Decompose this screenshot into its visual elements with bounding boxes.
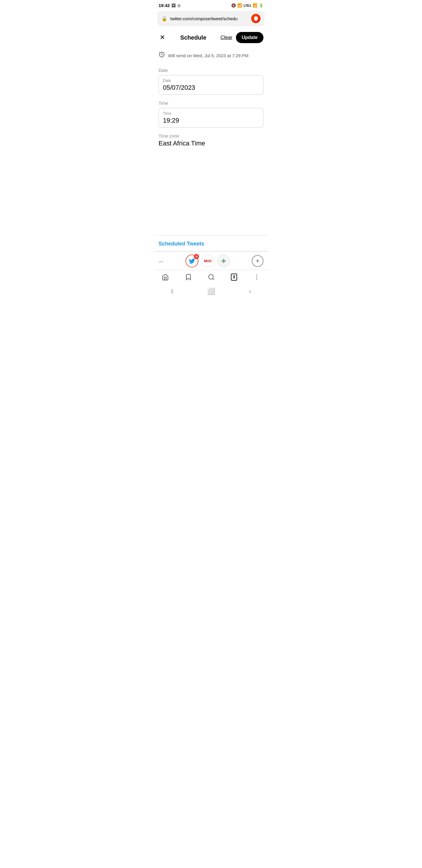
status-time: 19:42 bbox=[159, 3, 170, 8]
android-navigation: ⦀ ⬜ ‹ bbox=[154, 284, 268, 301]
status-bar: 19:42 🖼 ⊙ 🔇 📶 LTE1 📶 🔋 bbox=[154, 0, 268, 10]
new-tab-button[interactable]: + bbox=[252, 255, 263, 267]
photo-icon: 🖼 bbox=[171, 3, 175, 8]
timezone-section: Time zone East Africa Time bbox=[159, 133, 263, 147]
search-nav-button[interactable] bbox=[208, 274, 215, 281]
gemini-tab[interactable] bbox=[217, 254, 230, 268]
tab-close-badge[interactable]: ✕ bbox=[194, 254, 199, 259]
timezone-label: Time zone bbox=[159, 133, 263, 138]
date-section: Date Date 05/07/2023 bbox=[159, 68, 263, 95]
schedule-info: Will send on Wed, Jul 5, 2023 at 7:29 PM bbox=[159, 50, 263, 61]
muo-tab[interactable]: MUO bbox=[201, 254, 214, 268]
lte-icon: LTE1 bbox=[244, 4, 251, 7]
schedule-clock-icon bbox=[159, 51, 165, 60]
time-input-box[interactable]: Time 19:29 bbox=[159, 108, 263, 128]
time-field-label: Time bbox=[163, 111, 259, 116]
header-actions: Clear Update bbox=[220, 32, 263, 43]
date-field-label: Date bbox=[163, 78, 259, 83]
url-text: twitter.com/compose/tweet/schedu bbox=[170, 16, 248, 21]
brave-browser-icon bbox=[251, 14, 261, 23]
home-nav-button[interactable] bbox=[162, 274, 169, 281]
address-bar[interactable]: 🔒 twitter.com/compose/tweet/schedu bbox=[157, 11, 265, 26]
time-section: Time Time 19:29 bbox=[159, 101, 263, 128]
android-menu-button[interactable]: ⦀ bbox=[171, 288, 173, 295]
time-field-value: 19:29 bbox=[163, 117, 259, 124]
schedule-header: ✕ Schedule Clear Update bbox=[159, 31, 263, 44]
signal-icon: 📶 bbox=[253, 3, 257, 8]
update-button[interactable]: Update bbox=[236, 32, 263, 43]
svg-point-8 bbox=[256, 279, 257, 280]
scheduled-tweets-link[interactable]: Scheduled Tweets bbox=[159, 241, 204, 247]
mute-icon: 🔇 bbox=[231, 3, 236, 8]
close-button[interactable]: ✕ bbox=[159, 33, 166, 42]
date-field-value: 05/07/2023 bbox=[163, 84, 259, 92]
date-input-box[interactable]: Date 05/07/2023 bbox=[159, 75, 263, 95]
bookmark-nav-button[interactable] bbox=[185, 274, 192, 281]
lock-icon: 🔒 bbox=[161, 16, 167, 22]
schedule-send-text: Will send on Wed, Jul 5, 2023 at 7:29 PM bbox=[168, 53, 249, 58]
svg-line-5 bbox=[213, 279, 214, 280]
open-tabs: ✕ MUO bbox=[186, 254, 230, 268]
main-content: ✕ Schedule Clear Update Will send on Wed… bbox=[154, 26, 268, 235]
svg-point-3 bbox=[223, 260, 224, 261]
browser-tab-bar: ︿ ✕ MUO + bbox=[154, 251, 268, 270]
date-section-label: Date bbox=[159, 68, 263, 73]
tab-count: 3 bbox=[231, 274, 237, 281]
scheduled-tweets-bar: Scheduled Tweets bbox=[154, 236, 268, 251]
timezone-value: East Africa Time bbox=[159, 140, 263, 147]
tabs-chevron-icon[interactable]: ︿ bbox=[159, 257, 164, 265]
svg-point-4 bbox=[209, 275, 213, 279]
bottom-navigation: 3 bbox=[154, 270, 268, 284]
svg-point-6 bbox=[256, 275, 257, 276]
android-back-button[interactable]: ‹ bbox=[249, 288, 251, 295]
twitter-tab[interactable]: ✕ bbox=[186, 254, 198, 268]
wifi-icon: 📶 bbox=[237, 3, 242, 8]
android-home-button[interactable]: ⬜ bbox=[207, 288, 215, 295]
schedule-title: Schedule bbox=[166, 34, 220, 41]
spacer bbox=[159, 153, 263, 235]
tabs-nav-button[interactable]: 3 bbox=[231, 274, 237, 281]
svg-point-7 bbox=[256, 277, 257, 278]
time-section-label: Time bbox=[159, 101, 263, 105]
more-nav-button[interactable] bbox=[253, 274, 260, 281]
clear-button[interactable]: Clear bbox=[220, 35, 232, 40]
plus-icon: + bbox=[256, 257, 260, 265]
instagram-icon: ⊙ bbox=[177, 3, 181, 8]
battery-icon: 🔋 bbox=[259, 3, 263, 8]
